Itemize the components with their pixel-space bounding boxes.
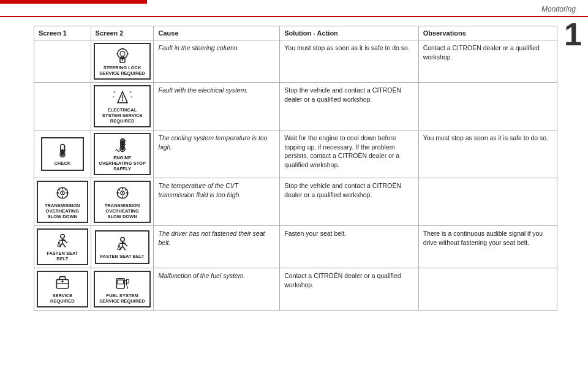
screen1-cell xyxy=(34,40,91,83)
col-cause: Cause xyxy=(154,26,280,40)
cause-text: Malfunction of the fuel system. xyxy=(158,272,245,279)
cause-cell: Fault with the electrical system. xyxy=(154,83,280,130)
screen2-icon-box: TRANSMISSION OVERHEATING SLOW DOWN xyxy=(94,181,151,223)
solution-text: Fasten your seat belt. xyxy=(284,230,346,237)
screen1-icon-label: TRANSMISSION OVERHEATING SLOW DOWN xyxy=(42,203,83,219)
table-row: SERVICE REQUIRED ! FUEL SYSTEM SERVICE R… xyxy=(34,268,557,311)
svg-point-46 xyxy=(121,192,123,194)
screen1-cell: SERVICE REQUIRED xyxy=(34,268,91,311)
svg-point-10 xyxy=(121,100,123,101)
cause-cell: Fault in the steering column. xyxy=(154,40,280,83)
solution-cell: Fasten your seat belt. xyxy=(280,226,418,268)
cause-cell: The driver has not fastened their seat b… xyxy=(154,226,280,268)
svg-line-44 xyxy=(118,189,119,190)
screen2-icon-label: FASTEN SEAT BELT xyxy=(100,254,144,259)
observations-cell xyxy=(418,83,557,130)
solution-cell: Wait for the engine to cool down before … xyxy=(280,130,418,178)
table-row: CHECK ENGINE OVERHEATING STOP SAFELYThe … xyxy=(34,130,557,178)
table-header-row: Screen 1 Screen 2 Cause Solution - Actio… xyxy=(34,26,557,40)
svg-line-36 xyxy=(65,189,66,190)
screen2-cell: STEERING LOCK SERVICE REQUIRED xyxy=(91,40,154,83)
screen2-icon-label: ELECTRICAL SYSTEM SERVICE REQUIRED xyxy=(99,107,146,124)
screen2-icon-box: ELECTRICAL SYSTEM SERVICE REQUIRED xyxy=(94,85,151,127)
svg-point-47 xyxy=(61,235,64,238)
screen2-icon-label: FUEL SYSTEM SERVICE REQUIRED xyxy=(99,293,146,304)
solution-text: You must stop as soon as it is safe to d… xyxy=(284,44,409,51)
svg-line-35 xyxy=(58,189,59,190)
cause-cell: The cooling system temperature is too hi… xyxy=(154,130,280,178)
cause-text: The cooling system temperature is too hi… xyxy=(158,134,267,151)
cause-text: The driver has not fastened their seat b… xyxy=(158,230,265,246)
observations-text: You must stop as soon as it is safe to d… xyxy=(423,134,548,141)
observations-text: Contact a CITROËN dealer or a qualified … xyxy=(423,44,540,61)
svg-point-1 xyxy=(120,51,125,56)
screen1-cell: FASTEN SEAT BELT xyxy=(34,226,91,268)
col-screen2: Screen 2 xyxy=(91,26,154,40)
svg-rect-23 xyxy=(121,140,124,146)
screen1-icon-box: TRANSMISSION OVERHEATING SLOW DOWN xyxy=(37,181,88,223)
screen2-cell: ELECTRICAL SYSTEM SERVICE REQUIRED xyxy=(91,83,154,130)
solution-cell: You must stop as soon as it is safe to d… xyxy=(280,40,418,83)
solution-text: Stop the vehicle and contact a CITROËN d… xyxy=(284,86,401,103)
observations-cell: You must stop as soon as it is safe to d… xyxy=(418,130,557,178)
svg-rect-63 xyxy=(118,280,124,284)
chapter-number: 1 xyxy=(564,18,582,50)
svg-text:!: ! xyxy=(127,285,128,290)
screen1-cell: CHECK xyxy=(34,130,91,178)
screen2-cell: FASTEN SEAT BELT xyxy=(91,226,154,268)
svg-rect-65 xyxy=(126,279,129,283)
cause-text: Fault in the steering column. xyxy=(158,44,239,51)
screen2-icon-box: ENGINE OVERHEATING STOP SAFELY xyxy=(94,133,151,175)
content-area: Screen 1 Screen 2 Cause Solution - Actio… xyxy=(0,17,588,319)
screen2-icon-box: ! FUEL SYSTEM SERVICE REQUIRED xyxy=(94,271,151,307)
svg-line-45 xyxy=(125,189,126,190)
cause-cell: The temperature of the CVT transmission … xyxy=(154,178,280,226)
screen2-cell: ! FUEL SYSTEM SERVICE REQUIRED xyxy=(91,268,154,311)
screen1-cell xyxy=(34,83,91,130)
solution-text: Stop the vehicle and contact a CITROËN d… xyxy=(284,182,401,198)
solution-text: Wait for the engine to cool down before … xyxy=(284,134,399,168)
screen1-icon-box: FASTEN SEAT BELT xyxy=(37,228,88,265)
screen2-cell: ENGINE OVERHEATING STOP SAFELY xyxy=(91,130,154,178)
screen1-icon-label: CHECK xyxy=(54,160,70,166)
table-row: ELECTRICAL SYSTEM SERVICE REQUIREDFault … xyxy=(34,83,557,130)
screen2-icon-box: FASTEN SEAT BELT xyxy=(95,230,149,264)
solution-cell: Contact a CITROËN dealer or a qualified … xyxy=(280,268,418,311)
col-solution: Solution - Action xyxy=(280,26,418,40)
observations-cell xyxy=(418,178,557,226)
svg-point-18 xyxy=(61,153,64,156)
col-observations: Observations xyxy=(418,26,557,40)
svg-point-25 xyxy=(121,148,124,151)
cause-cell: Malfunction of the fuel system. xyxy=(154,268,280,311)
svg-line-11 xyxy=(113,91,115,92)
solution-cell: Stop the vehicle and contact a CITROËN d… xyxy=(280,178,418,226)
screen2-icon-label: STEERING LOCK SERVICE REQUIRED xyxy=(99,65,146,76)
svg-line-57 xyxy=(123,246,126,250)
svg-point-0 xyxy=(118,49,127,59)
screen1-icon-label: SERVICE REQUIRED xyxy=(42,293,83,304)
red-accent-bar xyxy=(0,0,147,4)
solution-text: Contact a CITROËN dealer or a qualified … xyxy=(284,272,401,288)
observations-cell xyxy=(418,268,557,311)
screen2-icon-box: STEERING LOCK SERVICE REQUIRED xyxy=(94,43,151,80)
svg-line-12 xyxy=(130,91,131,92)
cause-text: The temperature of the CVT transmission … xyxy=(158,182,241,198)
monitoring-table: Screen 1 Screen 2 Cause Solution - Actio… xyxy=(34,26,557,311)
screen2-cell: TRANSMISSION OVERHEATING SLOW DOWN xyxy=(91,178,154,226)
screen2-icon-label: TRANSMISSION OVERHEATING SLOW DOWN xyxy=(99,203,146,219)
svg-point-7 xyxy=(121,59,123,61)
svg-point-61 xyxy=(61,281,63,282)
col-screen1: Screen 1 xyxy=(34,26,91,40)
cause-text: Fault with the electrical system. xyxy=(158,86,247,94)
svg-line-58 xyxy=(123,241,127,246)
observations-cell: There is a continuous audible signal if … xyxy=(418,226,557,268)
svg-line-51 xyxy=(62,243,66,247)
svg-point-53 xyxy=(120,237,124,241)
table-row: FASTEN SEAT BELT FASTEN SEAT BELTThe dri… xyxy=(34,226,557,268)
svg-point-37 xyxy=(62,192,63,194)
observations-text: There is a continuous audible signal if … xyxy=(423,230,543,246)
table-row: TRANSMISSION OVERHEATING SLOW DOWN TRANS… xyxy=(34,178,557,226)
screen1-icon-box: SERVICE REQUIRED xyxy=(37,271,88,307)
observations-cell: Contact a CITROËN dealer or a qualified … xyxy=(418,40,557,83)
table-row: STEERING LOCK SERVICE REQUIREDFault in t… xyxy=(34,40,557,83)
